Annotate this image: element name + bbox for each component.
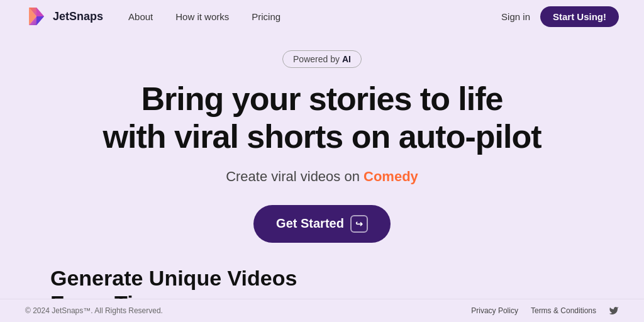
copyright-text: © 2024 JetSnaps™. All Rights Reserved. <box>25 306 163 315</box>
below-title-line1: Generate Unique Videos <box>50 266 297 290</box>
hero-subtitle: Create viral videos on Comedy <box>226 169 418 185</box>
start-using-button[interactable]: Start Using! <box>540 6 619 27</box>
hero-title-line2: with viral shorts on auto-pilot <box>103 118 541 155</box>
privacy-policy-link[interactable]: Privacy Policy <box>471 306 518 315</box>
get-started-label: Get Started <box>276 216 344 231</box>
ai-highlight: AI <box>342 54 351 64</box>
footer: © 2024 JetSnaps™. All Rights Reserved. P… <box>0 299 644 322</box>
nav-about[interactable]: About <box>128 11 153 22</box>
logo[interactable]: JetSnaps <box>25 5 103 28</box>
sign-in-button[interactable]: Sign in <box>501 11 530 22</box>
nav-actions: Sign in Start Using! <box>501 6 619 27</box>
arrow-right-icon: ↪ <box>350 215 368 233</box>
subtitle-highlight: Comedy <box>364 169 418 184</box>
get-started-button[interactable]: Get Started ↪ <box>253 205 391 243</box>
hero-section: Powered by AI Bring your stories to life… <box>0 33 644 243</box>
terms-conditions-link[interactable]: Terms & Conditions <box>531 306 596 315</box>
brand-name: JetSnaps <box>53 10 103 23</box>
svg-marker-3 <box>36 16 44 25</box>
hero-title-line1: Bring your stories to life <box>142 80 503 117</box>
logo-icon <box>25 5 48 28</box>
navbar: JetSnaps About How it works Pricing Sign… <box>0 0 644 33</box>
nav-pricing[interactable]: Pricing <box>252 11 280 22</box>
svg-marker-2 <box>36 8 44 16</box>
nav-links: About How it works Pricing <box>128 11 501 22</box>
nav-how-it-works[interactable]: How it works <box>175 11 229 22</box>
footer-links: Privacy Policy Terms & Conditions <box>471 306 619 316</box>
twitter-icon[interactable] <box>609 306 619 316</box>
powered-badge: Powered by AI <box>282 50 362 68</box>
powered-by-text: Powered by <box>293 54 340 64</box>
hero-title: Bring your stories to life with viral sh… <box>103 80 541 156</box>
subtitle-prefix: Create viral videos on <box>226 169 364 184</box>
